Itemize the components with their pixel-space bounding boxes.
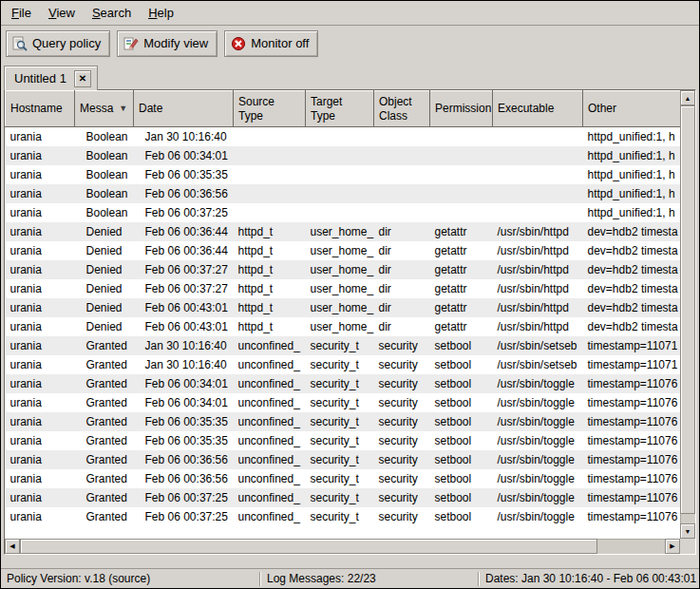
scroll-up-icon[interactable]: ▲ bbox=[680, 90, 695, 105]
table-row[interactable]: uraniaBooleanJan 30 10:16:40httpd_unifie… bbox=[6, 127, 681, 146]
tab-close-button[interactable]: ✕ bbox=[74, 70, 91, 87]
cell-messa: Boolean bbox=[75, 146, 134, 165]
table-row[interactable]: uraniaBooleanFeb 06 00:37:25httpd_unifie… bbox=[6, 203, 681, 222]
table-row[interactable]: uraniaBooleanFeb 06 00:35:35httpd_unifie… bbox=[6, 165, 681, 184]
cell-permission bbox=[430, 165, 493, 184]
modify-view-button[interactable]: Modify view bbox=[117, 30, 218, 57]
cell-source-type bbox=[234, 203, 306, 222]
cell-permission: getattr bbox=[430, 222, 493, 241]
column-header-permission[interactable]: Permission bbox=[430, 91, 493, 127]
cell-executable: /usr/sbin/setseb bbox=[493, 336, 583, 355]
cell-messa: Denied bbox=[75, 260, 134, 279]
column-header-object-class[interactable]: Object Class bbox=[374, 91, 430, 127]
scroll-left-icon[interactable]: ◀ bbox=[5, 539, 20, 554]
cell-executable: /usr/sbin/httpd bbox=[493, 279, 583, 298]
cell-date: Jan 30 10:16:40 bbox=[134, 336, 234, 355]
table-row[interactable]: uraniaBooleanFeb 06 00:34:01httpd_unifie… bbox=[6, 146, 681, 165]
cell-source-type: unconfined_ bbox=[234, 488, 306, 507]
cell-messa: Boolean bbox=[75, 165, 134, 184]
cell-source-type: unconfined_ bbox=[234, 450, 306, 469]
table-row[interactable]: uraniaGrantedFeb 06 00:34:01unconfined_s… bbox=[6, 393, 681, 412]
cell-target-type: security_t bbox=[306, 488, 374, 507]
table-row[interactable]: uraniaDeniedFeb 06 00:37:27httpd_tuser_h… bbox=[6, 279, 681, 298]
column-header-source-type[interactable]: Source Type bbox=[234, 91, 306, 127]
vertical-scroll-thumb[interactable] bbox=[680, 105, 695, 514]
tab-label: Untitled 1 bbox=[14, 71, 66, 86]
cell-target-type: user_home_ bbox=[306, 298, 374, 317]
table-row[interactable]: uraniaGrantedJan 30 10:16:40unconfined_s… bbox=[6, 336, 681, 355]
cell-object-class: dir bbox=[374, 298, 430, 317]
cell-source-type: httpd_t bbox=[234, 241, 306, 260]
table-row[interactable]: uraniaGrantedFeb 06 00:37:25unconfined_s… bbox=[6, 488, 681, 507]
cell-hostname: urania bbox=[6, 317, 75, 336]
table-row[interactable]: uraniaGrantedFeb 06 00:35:35unconfined_s… bbox=[6, 431, 681, 450]
column-header-executable[interactable]: Executable bbox=[493, 91, 583, 127]
menu-item-file[interactable]: File bbox=[3, 2, 40, 24]
table-row[interactable]: uraniaDeniedFeb 06 00:36:44httpd_tuser_h… bbox=[6, 222, 681, 241]
table-row[interactable]: uraniaGrantedFeb 06 00:36:56unconfined_s… bbox=[6, 469, 681, 488]
table-row[interactable]: uraniaGrantedFeb 06 00:37:25unconfined_s… bbox=[6, 507, 681, 526]
cell-target-type bbox=[306, 146, 374, 165]
table-row[interactable]: uraniaGrantedFeb 06 00:34:01unconfined_s… bbox=[6, 374, 681, 393]
table-body: uraniaBooleanJan 30 10:16:40httpd_unifie… bbox=[6, 127, 681, 526]
cell-messa: Granted bbox=[75, 336, 134, 355]
monitor-off-button[interactable]: Monitor off bbox=[224, 30, 318, 57]
cell-source-type: unconfined_ bbox=[234, 374, 306, 393]
scroll-down-icon[interactable]: ▼ bbox=[680, 523, 695, 539]
cell-messa: Denied bbox=[75, 317, 134, 336]
column-header-messa[interactable]: Messa▼ bbox=[75, 91, 134, 127]
cell-target-type: user_home_ bbox=[306, 260, 374, 279]
table-row[interactable]: uraniaDeniedFeb 06 00:43:01httpd_tuser_h… bbox=[6, 298, 681, 317]
column-header-other[interactable]: Other bbox=[583, 91, 681, 127]
menu-item-search[interactable]: Search bbox=[84, 2, 140, 24]
cell-permission: setbool bbox=[430, 374, 493, 393]
tab-untitled-1[interactable]: Untitled 1 ✕ bbox=[4, 66, 98, 90]
query-policy-button[interactable]: Query policy bbox=[6, 30, 110, 57]
cell-object-class bbox=[374, 203, 430, 222]
table-row[interactable]: uraniaGrantedJan 30 10:16:40unconfined_s… bbox=[6, 355, 681, 374]
cell-source-type bbox=[234, 165, 306, 184]
cell-executable bbox=[493, 146, 583, 165]
menu-item-view[interactable]: View bbox=[40, 2, 84, 24]
cell-messa: Granted bbox=[75, 355, 134, 374]
column-header-target-type[interactable]: Target Type bbox=[306, 91, 374, 127]
horizontal-scrollbar[interactable]: ◀ ▶ bbox=[5, 539, 680, 554]
vertical-scrollbar[interactable]: ▲ ▼ bbox=[680, 90, 695, 539]
cell-permission: setbool bbox=[430, 469, 493, 488]
table-row[interactable]: uraniaDeniedFeb 06 00:43:01httpd_tuser_h… bbox=[6, 317, 681, 336]
cell-other: dev=hdb2 timesta bbox=[583, 260, 681, 279]
cell-messa: Granted bbox=[75, 412, 134, 431]
table-row[interactable]: uraniaDeniedFeb 06 00:37:27httpd_tuser_h… bbox=[6, 260, 681, 279]
table-row[interactable]: uraniaGrantedFeb 06 00:35:35unconfined_s… bbox=[6, 412, 681, 431]
cell-messa: Boolean bbox=[75, 203, 134, 222]
query-policy-icon bbox=[12, 36, 28, 51]
cell-executable bbox=[493, 165, 583, 184]
table-row[interactable]: uraniaGrantedFeb 06 00:36:56unconfined_s… bbox=[6, 450, 681, 469]
cell-object-class: dir bbox=[374, 317, 430, 336]
cell-executable: /usr/sbin/httpd bbox=[493, 298, 583, 317]
cell-object-class: security bbox=[374, 507, 430, 526]
cell-executable: /usr/sbin/toggle bbox=[493, 374, 583, 393]
scroll-right-icon[interactable]: ▶ bbox=[665, 539, 680, 554]
cell-executable: /usr/sbin/httpd bbox=[493, 241, 583, 260]
column-header-date[interactable]: Date bbox=[134, 91, 234, 127]
table-row[interactable]: uraniaBooleanFeb 06 00:36:56httpd_unifie… bbox=[6, 184, 681, 203]
cell-permission: setbool bbox=[430, 507, 493, 526]
cell-object-class: security bbox=[374, 450, 430, 469]
horizontal-scroll-thumb[interactable] bbox=[20, 539, 597, 554]
menu-item-help[interactable]: Help bbox=[140, 2, 182, 24]
table-row[interactable]: uraniaDeniedFeb 06 00:36:44httpd_tuser_h… bbox=[6, 241, 681, 260]
cell-target-type bbox=[306, 165, 374, 184]
column-header-hostname[interactable]: Hostname bbox=[6, 91, 75, 127]
log-table: HostnameMessa▼DateSource TypeTarget Type… bbox=[5, 90, 680, 526]
cell-hostname: urania bbox=[6, 241, 75, 260]
cell-source-type: httpd_t bbox=[234, 222, 306, 241]
cell-permission: setbool bbox=[430, 355, 493, 374]
cell-source-type bbox=[234, 127, 306, 146]
cell-executable: /usr/sbin/toggle bbox=[493, 488, 583, 507]
cell-messa: Denied bbox=[75, 241, 134, 260]
cell-executable: /usr/sbin/toggle bbox=[493, 507, 583, 526]
cell-target-type: security_t bbox=[306, 412, 374, 431]
cell-permission: setbool bbox=[430, 431, 493, 450]
cell-other: timestamp=11071 bbox=[583, 355, 681, 374]
